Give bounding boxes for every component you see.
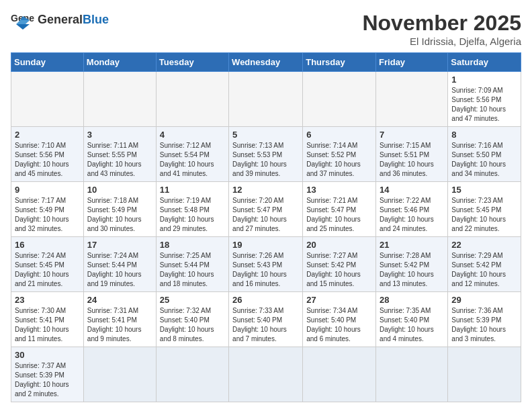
week-row-3: 9Sunrise: 7:17 AM Sunset: 5:49 PM Daylig… [11, 182, 521, 237]
day-number: 13 [306, 185, 372, 195]
week-row-6: 30Sunrise: 7:37 AM Sunset: 5:39 PM Dayli… [11, 347, 521, 402]
day-info: Sunrise: 7:22 AM Sunset: 5:46 PM Dayligh… [380, 196, 444, 234]
day-info: Sunrise: 7:11 AM Sunset: 5:55 PM Dayligh… [87, 141, 152, 179]
calendar-cell: 1Sunrise: 7:09 AM Sunset: 5:56 PM Daylig… [448, 72, 521, 127]
month-title: November 2025 [362, 11, 521, 36]
calendar-cell: 24Sunrise: 7:31 AM Sunset: 5:41 PM Dayli… [83, 292, 156, 347]
day-number: 4 [160, 130, 225, 140]
calendar-cell: 8Sunrise: 7:16 AM Sunset: 5:50 PM Daylig… [448, 127, 521, 182]
week-row-4: 16Sunrise: 7:24 AM Sunset: 5:45 PM Dayli… [11, 237, 521, 292]
week-row-2: 2Sunrise: 7:10 AM Sunset: 5:56 PM Daylig… [11, 127, 521, 182]
day-number: 27 [306, 295, 372, 305]
day-number: 21 [380, 240, 444, 250]
day-info: Sunrise: 7:24 AM Sunset: 5:45 PM Dayligh… [15, 251, 80, 289]
week-row-5: 23Sunrise: 7:30 AM Sunset: 5:41 PM Dayli… [11, 292, 521, 347]
day-number: 14 [380, 185, 444, 195]
day-info: Sunrise: 7:24 AM Sunset: 5:44 PM Dayligh… [87, 251, 152, 289]
logo-text: GeneralBlue [38, 13, 109, 27]
calendar-cell: 3Sunrise: 7:11 AM Sunset: 5:55 PM Daylig… [83, 127, 156, 182]
day-header-thursday: Thursday [303, 53, 376, 72]
calendar-cell [156, 347, 228, 402]
calendar-cell [448, 347, 521, 402]
day-info: Sunrise: 7:23 AM Sunset: 5:45 PM Dayligh… [451, 196, 517, 234]
calendar-cell: 14Sunrise: 7:22 AM Sunset: 5:46 PM Dayli… [376, 182, 448, 237]
calendar-cell [156, 72, 228, 127]
day-info: Sunrise: 7:21 AM Sunset: 5:47 PM Dayligh… [306, 196, 372, 234]
calendar-cell: 11Sunrise: 7:19 AM Sunset: 5:48 PM Dayli… [156, 182, 228, 237]
day-number: 8 [451, 130, 517, 140]
day-number: 1 [451, 75, 517, 85]
calendar-cell: 26Sunrise: 7:33 AM Sunset: 5:40 PM Dayli… [229, 292, 303, 347]
calendar-cell: 5Sunrise: 7:13 AM Sunset: 5:53 PM Daylig… [229, 127, 303, 182]
day-info: Sunrise: 7:20 AM Sunset: 5:47 PM Dayligh… [232, 196, 299, 234]
day-info: Sunrise: 7:37 AM Sunset: 5:39 PM Dayligh… [15, 361, 80, 399]
calendar-cell [11, 72, 84, 127]
day-info: Sunrise: 7:18 AM Sunset: 5:49 PM Dayligh… [87, 196, 152, 234]
day-number: 18 [160, 240, 225, 250]
calendar-cell [229, 72, 303, 127]
day-info: Sunrise: 7:09 AM Sunset: 5:56 PM Dayligh… [451, 86, 517, 124]
calendar-cell [83, 347, 156, 402]
day-info: Sunrise: 7:32 AM Sunset: 5:40 PM Dayligh… [160, 306, 225, 344]
day-header-friday: Friday [376, 53, 448, 72]
day-info: Sunrise: 7:30 AM Sunset: 5:41 PM Dayligh… [15, 306, 80, 344]
day-info: Sunrise: 7:28 AM Sunset: 5:42 PM Dayligh… [380, 251, 444, 289]
day-info: Sunrise: 7:31 AM Sunset: 5:41 PM Dayligh… [87, 306, 152, 344]
day-info: Sunrise: 7:35 AM Sunset: 5:40 PM Dayligh… [380, 306, 444, 344]
day-number: 19 [232, 240, 299, 250]
day-number: 30 [15, 350, 80, 360]
day-number: 15 [451, 185, 517, 195]
day-header-sunday: Sunday [11, 53, 84, 72]
day-info: Sunrise: 7:25 AM Sunset: 5:44 PM Dayligh… [160, 251, 225, 289]
day-number: 17 [87, 240, 152, 250]
calendar-cell: 6Sunrise: 7:14 AM Sunset: 5:52 PM Daylig… [303, 127, 376, 182]
day-info: Sunrise: 7:27 AM Sunset: 5:42 PM Dayligh… [306, 251, 372, 289]
calendar-cell: 12Sunrise: 7:20 AM Sunset: 5:47 PM Dayli… [229, 182, 303, 237]
calendar-cell [303, 347, 376, 402]
calendar-cell: 29Sunrise: 7:36 AM Sunset: 5:39 PM Dayli… [448, 292, 521, 347]
day-info: Sunrise: 7:26 AM Sunset: 5:43 PM Dayligh… [232, 251, 299, 289]
day-number: 2 [15, 130, 80, 140]
day-header-tuesday: Tuesday [156, 53, 228, 72]
calendar-cell: 15Sunrise: 7:23 AM Sunset: 5:45 PM Dayli… [448, 182, 521, 237]
day-info: Sunrise: 7:34 AM Sunset: 5:40 PM Dayligh… [306, 306, 372, 344]
calendar-cell: 7Sunrise: 7:15 AM Sunset: 5:51 PM Daylig… [376, 127, 448, 182]
day-number: 12 [232, 185, 299, 195]
calendar-cell: 25Sunrise: 7:32 AM Sunset: 5:40 PM Dayli… [156, 292, 228, 347]
day-number: 5 [232, 130, 299, 140]
calendar-cell: 18Sunrise: 7:25 AM Sunset: 5:44 PM Dayli… [156, 237, 228, 292]
calendar-cell [229, 347, 303, 402]
calendar-cell: 16Sunrise: 7:24 AM Sunset: 5:45 PM Dayli… [11, 237, 84, 292]
calendar-cell: 19Sunrise: 7:26 AM Sunset: 5:43 PM Dayli… [229, 237, 303, 292]
day-info: Sunrise: 7:16 AM Sunset: 5:50 PM Dayligh… [451, 141, 517, 179]
header: General GeneralBlue November 2025 El Idr… [11, 11, 521, 47]
svg-marker-1 [16, 24, 30, 30]
calendar-cell: 23Sunrise: 7:30 AM Sunset: 5:41 PM Dayli… [11, 292, 84, 347]
calendar-cell: 28Sunrise: 7:35 AM Sunset: 5:40 PM Dayli… [376, 292, 448, 347]
day-number: 24 [87, 295, 152, 305]
logo-icon: General [11, 11, 35, 30]
calendar-cell: 30Sunrise: 7:37 AM Sunset: 5:39 PM Dayli… [11, 347, 84, 402]
calendar: SundayMondayTuesdayWednesdayThursdayFrid… [11, 52, 521, 402]
calendar-cell: 13Sunrise: 7:21 AM Sunset: 5:47 PM Dayli… [303, 182, 376, 237]
calendar-cell [376, 347, 448, 402]
day-header-wednesday: Wednesday [229, 53, 303, 72]
week-row-1: 1Sunrise: 7:09 AM Sunset: 5:56 PM Daylig… [11, 72, 521, 127]
calendar-cell [376, 72, 448, 127]
calendar-cell: 9Sunrise: 7:17 AM Sunset: 5:49 PM Daylig… [11, 182, 84, 237]
calendar-cell: 20Sunrise: 7:27 AM Sunset: 5:42 PM Dayli… [303, 237, 376, 292]
day-number: 22 [451, 240, 517, 250]
day-number: 7 [380, 130, 444, 140]
calendar-cell: 27Sunrise: 7:34 AM Sunset: 5:40 PM Dayli… [303, 292, 376, 347]
day-info: Sunrise: 7:13 AM Sunset: 5:53 PM Dayligh… [232, 141, 299, 179]
calendar-cell: 4Sunrise: 7:12 AM Sunset: 5:54 PM Daylig… [156, 127, 228, 182]
day-header-saturday: Saturday [448, 53, 521, 72]
day-info: Sunrise: 7:10 AM Sunset: 5:56 PM Dayligh… [15, 141, 80, 179]
day-info: Sunrise: 7:19 AM Sunset: 5:48 PM Dayligh… [160, 196, 225, 234]
day-number: 6 [306, 130, 372, 140]
day-number: 9 [15, 185, 80, 195]
day-number: 29 [451, 295, 517, 305]
day-number: 3 [87, 130, 152, 140]
day-number: 28 [380, 295, 444, 305]
day-info: Sunrise: 7:36 AM Sunset: 5:39 PM Dayligh… [451, 306, 517, 344]
